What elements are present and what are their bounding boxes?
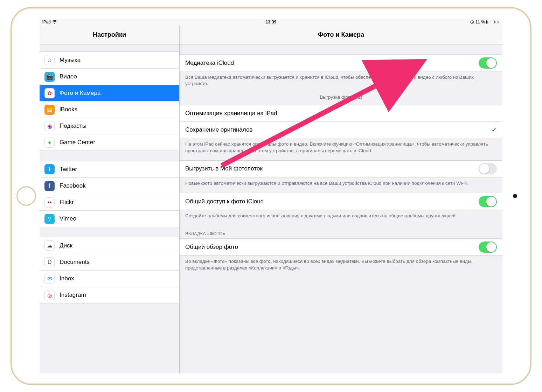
charging-icon: ⚡︎ — [497, 20, 500, 24]
settings-cell[interactable]: Выгрузить в Мой фотопоток — [180, 161, 502, 177]
settings-cell[interactable]: Сохранение оригиналов✓ — [180, 121, 502, 138]
sidebar-item-label: Flickr — [60, 199, 74, 206]
sidebar-title: Настройки — [40, 26, 179, 44]
status-bar: iPad 13:39 11 % ⚡︎ — [40, 19, 502, 26]
svg-rect-2 — [487, 21, 488, 23]
sidebar-item-label: Фото и Камера — [60, 90, 100, 97]
sidebar-item[interactable]: ♫Музыка — [40, 52, 179, 68]
settings-cell[interactable]: Общий доступ к фото iCloud — [180, 193, 502, 210]
device-label: iPad — [42, 20, 51, 24]
cell-label: Общий обзор фото — [185, 244, 479, 251]
section-footer: Новые фото автоматически выгружаются и о… — [180, 177, 502, 193]
cell-label: Общий доступ к фото iCloud — [185, 198, 479, 205]
sidebar-scroll[interactable]: ♫Музыка🎬Видео✿Фото и Камера▤iBooks◉Подка… — [40, 44, 179, 373]
sidebar-item-label: Inbox — [60, 275, 74, 282]
cell-label: Сохранение оригиналов — [185, 126, 492, 133]
battery-icon — [486, 20, 495, 24]
toggle-switch[interactable] — [479, 163, 497, 174]
status-time: 13:39 — [266, 20, 277, 24]
toggle-switch[interactable] — [479, 57, 497, 69]
sidebar-item-label: Documents — [60, 259, 90, 266]
home-button[interactable] — [16, 186, 36, 206]
cell-label: Оптимизация хранилища на iPad — [185, 110, 497, 117]
section-footer: Создайте альбомы для совместного использ… — [180, 210, 502, 225]
sidebar-item[interactable]: ◉Подкасты — [40, 118, 179, 134]
sidebar-item[interactable]: ✉Inbox — [40, 270, 179, 287]
sidebar-item[interactable]: ●Game Center — [40, 134, 179, 150]
section-header: ВКЛАДКА «ФОТО» — [180, 225, 502, 238]
app-icon: ☁ — [44, 240, 55, 251]
wifi-icon — [52, 20, 57, 24]
toggle-switch[interactable] — [479, 196, 497, 207]
sidebar-item-label: Vimeo — [60, 215, 76, 222]
detail-scroll[interactable]: Медиатека iCloudВся Ваша медиатека автом… — [180, 44, 502, 373]
front-camera — [513, 194, 517, 198]
sidebar-item-label: Диск — [60, 242, 72, 249]
sidebar-item[interactable]: ✿Фото и Камера — [40, 85, 179, 101]
checkmark-icon: ✓ — [492, 126, 497, 134]
sidebar-item[interactable]: ••Flickr — [40, 194, 179, 210]
app-icon: D — [44, 257, 55, 267]
battery-percent: 11 % — [475, 20, 485, 24]
settings-sidebar: Настройки ♫Музыка🎬Видео✿Фото и Камера▤iB… — [40, 26, 180, 373]
sidebar-item[interactable]: ▤iBooks — [40, 101, 179, 118]
sidebar-item[interactable]: 🎬Видео — [40, 68, 179, 85]
app-icon: 🎬 — [44, 72, 55, 82]
sidebar-item[interactable]: DDocuments — [40, 254, 179, 270]
app-icon: ✿ — [44, 88, 55, 98]
sidebar-item[interactable]: tTwitter — [40, 161, 179, 177]
settings-cell[interactable]: Общий обзор фото — [180, 239, 502, 255]
sidebar-item-label: Instagram — [60, 292, 86, 299]
sidebar-item-label: Twitter — [60, 166, 77, 173]
app-icon: t — [44, 164, 55, 174]
app-icon: ♫ — [44, 55, 55, 65]
cell-label: Выгрузить в Мой фотопоток — [185, 165, 479, 172]
section-footer: На этом iPad сейчас хранятся оригиналы ф… — [180, 138, 502, 160]
app-icon: ▤ — [44, 105, 55, 115]
detail-title: Фото и Камера — [180, 26, 502, 44]
app-icon: •• — [44, 197, 55, 208]
screen: iPad 13:39 11 % ⚡︎ Настройки — [40, 19, 502, 373]
app-icon: f — [44, 181, 55, 191]
app-icon: ✉ — [44, 274, 55, 284]
app-icon: ● — [44, 138, 55, 148]
sidebar-item-label: Подкасты — [60, 122, 86, 130]
upload-status: Выгрузка фото (72) — [180, 93, 502, 105]
toggle-switch[interactable] — [479, 241, 497, 253]
sidebar-item-label: iBooks — [60, 106, 77, 113]
sidebar-item[interactable]: vVimeo — [40, 210, 179, 227]
section-footer: Вся Ваша медиатека автоматически выгружа… — [180, 71, 502, 93]
detail-pane: Фото и Камера Медиатека iCloudВся Ваша м… — [180, 26, 502, 373]
rotation-lock-icon — [470, 20, 474, 24]
sidebar-item-label: Facebook — [60, 182, 86, 189]
sidebar-item[interactable]: fFacebook — [40, 177, 179, 194]
sidebar-item-label: Видео — [60, 73, 77, 80]
app-icon: v — [44, 214, 55, 224]
settings-cell[interactable]: Медиатека iCloud — [180, 55, 502, 71]
settings-cell[interactable]: Оптимизация хранилища на iPad — [180, 105, 502, 121]
app-icon: ◉ — [44, 121, 55, 131]
section-footer: Во вкладке «Фото» показаны все фото, нах… — [180, 255, 502, 277]
app-icon: ◎ — [44, 290, 55, 300]
sidebar-item-label: Музыка — [60, 57, 81, 64]
ipad-frame: iPad 13:39 11 % ⚡︎ Настройки — [11, 7, 531, 385]
svg-rect-3 — [495, 21, 495, 23]
sidebar-item-label: Game Center — [60, 139, 95, 146]
cell-label: Медиатека iCloud — [185, 59, 479, 66]
sidebar-item[interactable]: ☁Диск — [40, 237, 179, 254]
sidebar-item[interactable]: ◎Instagram — [40, 287, 179, 303]
